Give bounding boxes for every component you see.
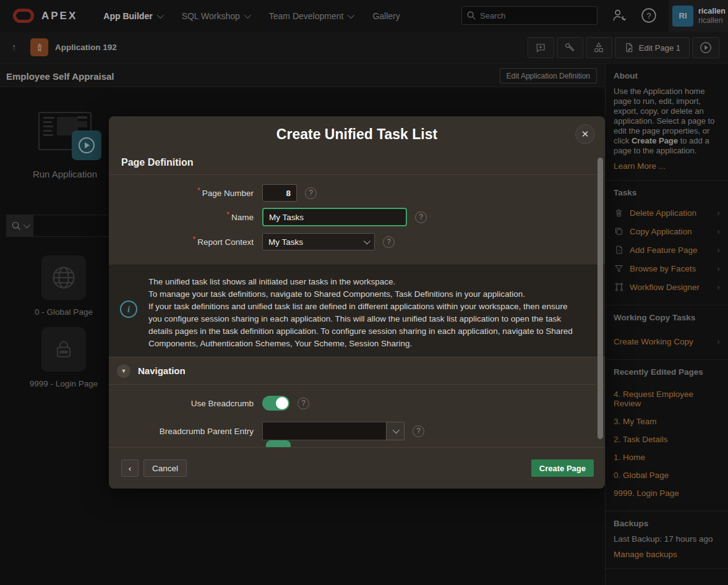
use-breadcrumb-toggle[interactable] (262, 396, 289, 411)
dialog-title-bar: Create Unified Task List ✕ (109, 116, 605, 151)
breadcrumb-parent-combo (262, 422, 405, 440)
page-number-input[interactable] (262, 184, 297, 202)
help-icon[interactable]: ? (415, 211, 427, 223)
navigation-fields: Use Breadcrumb ? Breadcrumb Parent Entry… (109, 385, 605, 447)
help-icon[interactable]: ? (298, 398, 309, 409)
help-icon[interactable]: ? (383, 236, 395, 248)
info-line-3: If your task definitions and unified tas… (148, 301, 580, 350)
info-icon: i (120, 301, 137, 318)
info-message: i The unified task list shows all initia… (109, 265, 605, 357)
required-asterisk: * (193, 235, 196, 244)
breadcrumb-parent-input[interactable] (262, 422, 386, 440)
info-line-1: The unified task list shows all initiate… (148, 276, 580, 288)
dialog-scrollbar-thumb[interactable] (597, 158, 603, 439)
chevron-down-icon (364, 237, 370, 244)
create-unified-task-list-dialog: Create Unified Task List ✕ Page Definiti… (109, 116, 605, 489)
collapse-navigation-button[interactable]: ▼ (117, 364, 131, 378)
help-icon[interactable]: ? (413, 425, 424, 437)
breadcrumb-parent-dropdown-button[interactable] (386, 422, 405, 440)
navigation-heading: Navigation (138, 365, 186, 376)
back-button[interactable]: ‹ (121, 459, 139, 477)
required-asterisk: * (197, 186, 200, 195)
partial-toggle (266, 440, 291, 447)
breadcrumb-parent-label: Breadcrumb Parent Entry (109, 427, 254, 436)
report-context-label: *Report Context (109, 237, 254, 247)
name-label: *Name (109, 213, 254, 222)
page-definition-form: *Page Number ? *Name ? *Report Context M… (109, 175, 605, 265)
report-context-select[interactable]: My Tasks (262, 233, 375, 250)
create-page-button[interactable]: Create Page (531, 459, 594, 477)
page-definition-heading: Page Definition (109, 151, 605, 175)
help-icon[interactable]: ? (305, 187, 317, 199)
use-breadcrumb-label: Use Breadcrumb (109, 399, 254, 408)
required-asterisk: * (226, 210, 229, 219)
chevron-down-icon (393, 427, 400, 433)
close-icon[interactable]: ✕ (575, 124, 595, 144)
navigation-section-header: ▼ Navigation (109, 357, 605, 385)
dialog-title: Create Unified Task List (109, 116, 605, 152)
name-input[interactable] (262, 208, 407, 226)
cancel-button[interactable]: Cancel (143, 459, 187, 477)
apex-app-builder-window: APEX App Builder SQL Workshop Team Devel… (0, 0, 728, 585)
page-number-label: *Page Number (109, 189, 254, 198)
info-line-2: To manage your task definitions, navigat… (148, 288, 580, 301)
dialog-footer: ‹ Cancel Create Page (109, 447, 605, 489)
